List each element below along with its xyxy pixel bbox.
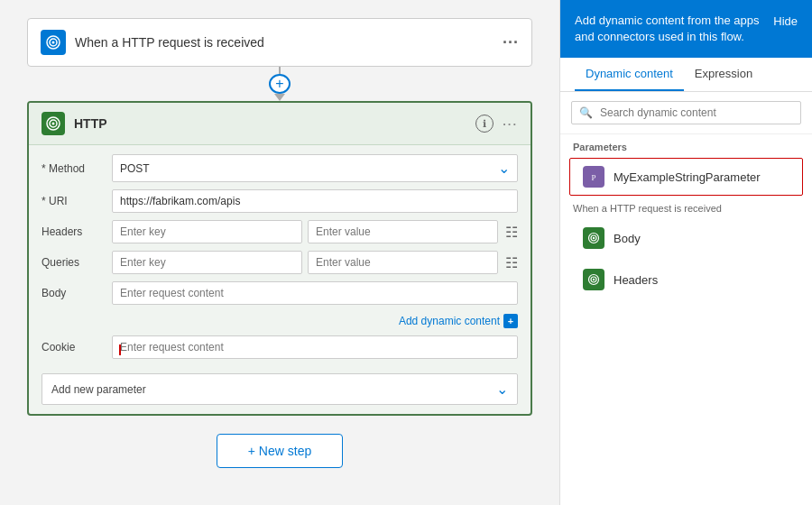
queries-row: Queries ☷	[42, 251, 518, 274]
cookie-row: Cookie	[42, 335, 518, 359]
trigger-block: When a HTTP request is received ···	[27, 18, 532, 67]
connector-line	[279, 67, 281, 74]
method-dropdown-arrow: ⌄	[498, 160, 510, 177]
panel-item-text-headers: Headers	[614, 273, 658, 287]
panel-item-myexample[interactable]: P MyExampleStringParameter	[569, 158, 803, 196]
svg-point-13	[593, 279, 595, 280]
svg-point-10	[593, 237, 595, 239]
panel-item-text-myexample: MyExampleStringParameter	[614, 170, 761, 184]
panel-item-body[interactable]: Body	[569, 219, 803, 257]
panel-item-icon-myexample: P	[583, 166, 604, 188]
cursor-line	[119, 344, 121, 355]
search-box: 🔍	[571, 101, 801, 124]
headers-value-input[interactable]	[308, 220, 498, 243]
panel-item-text-body: Body	[614, 232, 641, 245]
connector: +	[269, 67, 291, 101]
panel-item-icon-headers	[583, 269, 604, 290]
panel-header-text: Add dynamic content from the apps and co…	[575, 13, 766, 45]
trigger-icon	[41, 30, 66, 55]
panel-item-headers[interactable]: Headers	[569, 261, 803, 298]
action-more-button[interactable]: ···	[503, 117, 518, 131]
action-header: HTTP ℹ ···	[29, 103, 531, 145]
uri-row: * URI	[42, 189, 518, 213]
search-icon: 🔍	[579, 106, 593, 119]
svg-text:P: P	[591, 173, 595, 182]
svg-point-2	[52, 41, 55, 44]
queries-inputs	[112, 251, 498, 274]
add-parameter-dropdown[interactable]: Add new parameter ⌄	[42, 373, 518, 405]
search-input[interactable]	[600, 106, 793, 119]
body-label: Body	[42, 287, 105, 299]
svg-point-5	[52, 123, 55, 125]
queries-table-icon[interactable]: ☷	[505, 254, 518, 271]
panel-tabs: Dynamic content Expression	[560, 58, 812, 92]
queries-key-input[interactable]	[112, 251, 302, 274]
headers-key-input[interactable]	[112, 220, 302, 243]
body-input[interactable]	[112, 281, 518, 305]
queries-value-input[interactable]	[308, 251, 498, 274]
headers-inputs	[112, 220, 498, 243]
method-value: POST	[120, 162, 150, 175]
add-dynamic-content-button[interactable]: Add dynamic content +	[399, 314, 518, 328]
action-form: * Method POST ⌄ * URI Headers ☷	[29, 145, 531, 368]
tab-expression[interactable]: Expression	[684, 58, 763, 91]
headers-row: Headers ☷	[42, 220, 518, 243]
add-parameter-arrow: ⌄	[496, 381, 508, 398]
tab-dynamic-content[interactable]: Dynamic content	[575, 58, 684, 91]
uri-label: * URI	[42, 195, 105, 207]
cookie-input[interactable]	[112, 335, 518, 359]
new-step-button[interactable]: + New step	[217, 434, 343, 468]
right-panel: Add dynamic content from the apps and co…	[559, 0, 812, 505]
action-block: HTTP ℹ ··· * Method POST ⌄ * URI	[27, 101, 532, 416]
body-top: Body	[42, 281, 518, 305]
section-label-parameters: Parameters	[560, 134, 812, 156]
info-button[interactable]: ℹ	[475, 115, 494, 133]
cookie-input-wrap	[112, 335, 518, 359]
body-row: Body Add dynamic content +	[42, 281, 518, 328]
trigger-title: When a HTTP request is received	[75, 35, 494, 50]
method-label: * Method	[42, 162, 105, 175]
connector-arrow	[274, 94, 285, 101]
dynamic-content-label: Add dynamic content	[399, 315, 500, 327]
action-icon	[42, 112, 65, 135]
queries-label: Queries	[42, 256, 105, 269]
section-label-http: When a HTTP request is received	[560, 197, 812, 217]
add-step-button[interactable]: +	[269, 74, 291, 94]
body-link-row: Add dynamic content +	[42, 314, 518, 328]
method-dropdown[interactable]: POST ⌄	[112, 154, 518, 182]
search-area: 🔍	[560, 92, 812, 134]
panel-hide-button[interactable]: Hide	[773, 14, 798, 28]
trigger-more-button[interactable]: ···	[503, 33, 519, 52]
headers-label: Headers	[42, 225, 105, 238]
uri-input[interactable]	[112, 189, 518, 213]
cookie-label: Cookie	[42, 341, 105, 354]
add-parameter-label: Add new parameter	[51, 383, 146, 396]
panel-header: Add dynamic content from the apps and co…	[560, 0, 812, 58]
method-row: * Method POST ⌄	[42, 154, 518, 182]
panel-item-icon-body	[583, 227, 604, 249]
dynamic-content-icon: +	[503, 314, 518, 328]
action-header-icons: ℹ ···	[475, 115, 518, 133]
action-title: HTTP	[74, 116, 466, 131]
headers-table-icon[interactable]: ☷	[505, 224, 518, 241]
